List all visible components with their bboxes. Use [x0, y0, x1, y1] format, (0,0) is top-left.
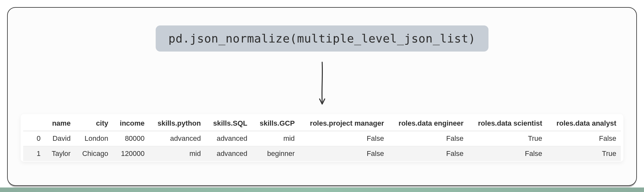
row-index: 1 [23, 146, 45, 161]
code-snippet-pill: pd.json_normalize(multiple_level_json_li… [156, 25, 488, 52]
cell: False [389, 131, 468, 146]
cell: Taylor [45, 146, 75, 161]
col-header: income [113, 116, 149, 131]
row-index: 0 [23, 131, 45, 146]
table-row: 0 David London 80000 advanced advanced m… [23, 131, 621, 146]
table-header-row: name city income skills.python skills.SQ… [23, 116, 621, 131]
cell: beginner [252, 146, 299, 161]
col-header: roles.data analyst [547, 116, 621, 131]
diagram-card: pd.json_normalize(multiple_level_json_li… [7, 7, 637, 186]
cell: mid [252, 131, 299, 146]
cell: False [299, 131, 389, 146]
col-header: city [75, 116, 113, 131]
col-header: roles.project manager [299, 116, 389, 131]
col-header: roles.data scientist [468, 116, 547, 131]
cell: mid [149, 146, 206, 161]
cell: 80000 [113, 131, 149, 146]
cell: advanced [205, 131, 252, 146]
col-header: name [45, 116, 75, 131]
cell: 120000 [113, 146, 149, 161]
cell: advanced [149, 131, 206, 146]
cell: David [45, 131, 75, 146]
arrow-down-icon [316, 61, 329, 106]
cell: False [389, 146, 468, 161]
cell: False [299, 146, 389, 161]
col-header: skills.python [149, 116, 206, 131]
cell: False [547, 131, 621, 146]
cell: London [75, 131, 113, 146]
dataframe-table: name city income skills.python skills.SQ… [23, 116, 621, 161]
col-header: skills.SQL [205, 116, 252, 131]
cell: True [547, 146, 621, 161]
cell: False [468, 146, 547, 161]
col-header: skills.GCP [252, 116, 299, 131]
cell: Chicago [75, 146, 113, 161]
table-row: 1 Taylor Chicago 120000 mid advanced beg… [23, 146, 621, 161]
cell: True [468, 131, 547, 146]
col-header: roles.data engineer [389, 116, 468, 131]
code-snippet-text: pd.json_normalize(multiple_level_json_li… [168, 32, 476, 45]
cell: advanced [205, 146, 252, 161]
dataframe-output: name city income skills.python skills.SQ… [21, 114, 623, 162]
index-header [23, 116, 45, 131]
bottom-accent-strip [0, 187, 644, 192]
